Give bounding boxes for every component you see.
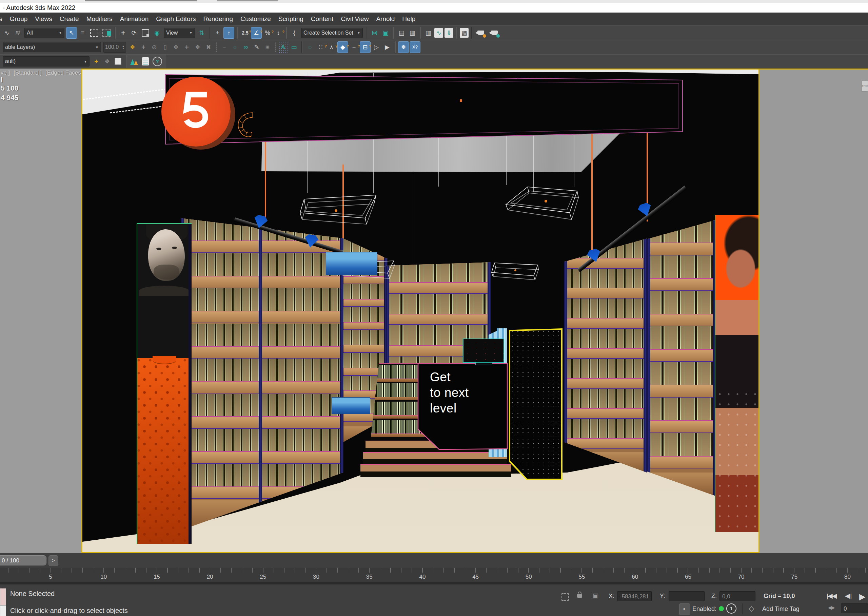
grid-align-a-icon[interactable]: A: [278, 42, 288, 53]
next-key-icon[interactable]: ▶: [382, 42, 392, 53]
menu-item-customize[interactable]: Customize: [237, 15, 275, 23]
remove-from-layer-button[interactable]: ✖: [204, 42, 214, 53]
add-time-tag[interactable]: Add Time Tag: [762, 605, 799, 613]
use-center-button[interactable]: ⇅: [197, 27, 207, 38]
select-and-link-icon[interactable]: ∿: [2, 27, 12, 38]
edit-page-icon[interactable]: ✎: [252, 42, 262, 53]
selection-lock-icon[interactable]: [577, 594, 582, 598]
menu-item-content[interactable]: Content: [307, 15, 337, 23]
box-flow-icon[interactable]: ▣: [262, 42, 273, 53]
menu-item-arnold[interactable]: Arnold: [372, 15, 398, 23]
dashed-circle-icon[interactable]: ◌: [230, 42, 240, 53]
snaps-toggle-button[interactable]: 2.5?: [240, 27, 250, 38]
opacity-spinner[interactable]: 100,0▲▼: [103, 42, 126, 53]
spinner-snap-toggle[interactable]: ↕?: [273, 27, 284, 38]
time-slider[interactable]: 0 / 100: [0, 555, 47, 566]
select-and-rotate-button[interactable]: ⟳: [129, 27, 139, 38]
menu-item-views[interactable]: Views: [31, 15, 56, 23]
menu-item-civil-view[interactable]: Civil View: [337, 15, 372, 23]
active-layer-dropdown[interactable]: ault)▼: [3, 56, 89, 66]
rendered-frame-button[interactable]: [489, 27, 500, 38]
viewport-left-region[interactable]: ve ] [Standard ] [Edged Faces ] l 5 100 …: [0, 69, 81, 553]
x-coordinate-field[interactable]: -58348,281: [617, 591, 652, 601]
menu-item-animation[interactable]: Animation: [116, 15, 153, 23]
layer-stack-button[interactable]: ❖: [171, 42, 181, 53]
perspective-viewport[interactable]: Get to next level: [81, 69, 760, 553]
selection-filter-dropdown[interactable]: All▼: [24, 28, 64, 38]
populate-trees-icon[interactable]: [130, 58, 139, 65]
spinner-arrows-icon[interactable]: ▲▼: [122, 45, 124, 50]
y-coordinate-field[interactable]: [669, 591, 705, 601]
move-snap-toggle[interactable]: ◆?: [337, 41, 348, 53]
delete-layer-button[interactable]: ⊘: [149, 42, 159, 53]
dashed-circle-select-icon[interactable]: ◌: [305, 42, 315, 53]
menu-item-group[interactable]: Group: [6, 15, 31, 23]
add-to-layer-button[interactable]: +: [182, 42, 192, 53]
current-frame-field[interactable]: 0: [841, 603, 868, 613]
render-setup-button[interactable]: [475, 27, 487, 38]
select-and-move-button[interactable]: +: [118, 27, 128, 38]
menu-item-create[interactable]: Create: [56, 15, 83, 23]
layer-manager-button[interactable]: ❖: [127, 42, 138, 53]
maxscript-mini-listener-white[interactable]: [0, 605, 6, 616]
percent-snap-toggle[interactable]: %?: [262, 27, 273, 38]
frame-spinner-arrows[interactable]: ◀▶: [828, 605, 835, 610]
play-button[interactable]: ▶: [859, 592, 865, 602]
select-layer-objects-button[interactable]: ❖: [193, 42, 203, 53]
ribbon-toggle-button[interactable]: ▥: [423, 27, 433, 38]
key-mode-shield-icon[interactable]: ◐: [679, 603, 690, 615]
menu-item-scripting[interactable]: Scripting: [275, 15, 307, 23]
layer-explorer-button[interactable]: ▦: [407, 27, 417, 38]
menu-item-graph-editors[interactable]: Graph Editors: [152, 15, 199, 23]
add-selection-to-layer-button[interactable]: +: [91, 56, 101, 67]
viewcube[interactable]: FRON: [862, 81, 868, 91]
color-swatch[interactable]: [114, 58, 121, 65]
menu-item-rendering[interactable]: Rendering: [200, 15, 237, 23]
clear-snap-toggle[interactable]: X?: [410, 41, 420, 53]
select-and-manipulate-button[interactable]: +: [213, 27, 223, 38]
rect-selection-region-button[interactable]: [90, 29, 98, 37]
grid-snap-icon[interactable]: ∷?: [316, 42, 326, 53]
timeline-ruler[interactable]: 5101520253035404550556065707580: [0, 568, 868, 582]
select-object-button[interactable]: ↖: [66, 27, 77, 39]
key-filter-badge[interactable]: 1: [726, 603, 736, 614]
pivot-center-button[interactable]: ◉: [152, 27, 162, 38]
absolute-offset-toggle[interactable]: ▣: [593, 592, 599, 599]
previous-frame-button[interactable]: ◀||: [845, 592, 851, 600]
select-by-name-button[interactable]: ≡: [78, 27, 88, 38]
next-key-outline-icon[interactable]: ▷: [371, 42, 381, 53]
window-crossing-toggle[interactable]: [102, 29, 111, 37]
named-selection-sets-button[interactable]: {: [289, 27, 299, 38]
slider-snap-toggle[interactable]: ⊟?: [360, 41, 371, 53]
menu-item-modifiers[interactable]: Modifiers: [83, 15, 116, 23]
selection-set-dropdown[interactable]: Create Selection Set▼: [301, 28, 363, 38]
layer-list-button[interactable]: ❖: [102, 56, 112, 67]
transform-arrow-icon[interactable]: →: [219, 42, 229, 53]
schematic-view-button[interactable]: ⇓: [445, 28, 453, 38]
offset-snap-icon[interactable]: −?: [349, 42, 359, 53]
layers-dropdown[interactable]: able Layers)▼: [3, 42, 101, 52]
ik-chain-icon[interactable]: ⋏?: [326, 42, 337, 53]
freeze-snap-toggle[interactable]: ❄: [398, 41, 409, 53]
spheres-icon[interactable]: ∞: [241, 42, 251, 53]
menu-item-help[interactable]: Help: [398, 15, 419, 23]
isolate-selection-icon[interactable]: [561, 593, 569, 601]
scene-explorer-button[interactable]: ▤: [396, 27, 407, 38]
align-button[interactable]: ▣: [381, 27, 390, 38]
maxscript-mini-listener[interactable]: [0, 588, 6, 606]
help-circle-icon[interactable]: ?: [153, 57, 162, 66]
pick-layer-button[interactable]: ▯: [160, 42, 170, 53]
z-coordinate-field[interactable]: 0,0: [719, 591, 755, 601]
keyboard-override-toggle[interactable]: ↑: [223, 27, 234, 39]
bind-to-spacewarp-icon[interactable]: ≋: [13, 27, 23, 38]
mirror-button[interactable]: ⋈: [370, 27, 380, 38]
curve-editor-button[interactable]: ∿: [434, 28, 443, 38]
select-and-scale-button[interactable]: [142, 29, 149, 37]
ref-coord-dropdown[interactable]: View▼: [164, 28, 195, 38]
viewport-right-region[interactable]: FRON: [760, 69, 868, 553]
create-layer-button[interactable]: +: [138, 42, 149, 53]
menu-item-s[interactable]: s: [0, 15, 6, 23]
next-frame-button[interactable]: >: [49, 555, 58, 566]
go-to-start-button[interactable]: |◀◀: [827, 592, 836, 600]
material-editor-button[interactable]: ▩: [460, 28, 468, 38]
